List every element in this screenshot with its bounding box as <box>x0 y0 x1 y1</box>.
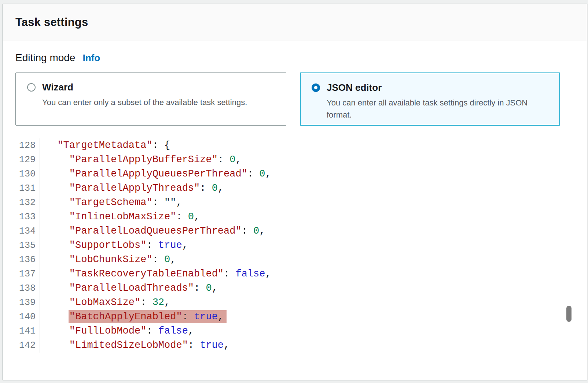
code-line[interactable]: "ParallelLoadThreads": 0, <box>45 281 587 295</box>
json-editor-radio-selected-icon[interactable] <box>312 83 320 92</box>
line-number: 142 <box>3 338 36 353</box>
line-number: 128 <box>3 138 36 153</box>
json-editor-option-card[interactable]: JSON editor You can enter all available … <box>300 72 560 126</box>
code-line[interactable]: "TargetSchema": "", <box>45 196 587 210</box>
line-number: 133 <box>3 210 36 224</box>
info-link[interactable]: Info <box>82 52 100 64</box>
line-number-gutter: 1281291301311321331341351361371381391401… <box>3 138 40 353</box>
line-number: 129 <box>3 153 36 167</box>
wizard-option-head: Wizard <box>27 82 277 93</box>
json-editor-option-head: JSON editor <box>312 82 551 93</box>
wizard-option-card[interactable]: Wizard You can enter only a subset of th… <box>15 72 286 126</box>
line-number: 140 <box>3 310 36 324</box>
panel-title: Task settings <box>15 16 572 29</box>
line-number: 141 <box>3 324 36 338</box>
panel-content: Editing mode Info Wizard You can enter o… <box>3 41 587 126</box>
code-line[interactable]: "InlineLobMaxSize": 0, <box>45 210 587 224</box>
code-line[interactable]: "ParallelApplyQueuesPerThread": 0, <box>45 167 587 181</box>
panel-header: Task settings <box>3 4 587 41</box>
code-line[interactable]: "LimitedSizeLobMode": true, <box>45 338 587 353</box>
line-number: 135 <box>3 238 36 253</box>
code-line[interactable]: "ParallelLoadQueuesPerThread": 0, <box>45 224 587 238</box>
code-line[interactable]: "SupportLobs": true, <box>45 238 587 253</box>
line-number: 136 <box>3 253 36 267</box>
code-line[interactable]: "TaskRecoveryTableEnabled": false, <box>45 267 587 281</box>
wizard-radio-unselected-icon[interactable] <box>27 83 36 92</box>
json-code-editor[interactable]: 1281291301311321331341351361371381391401… <box>3 138 587 364</box>
line-number: 134 <box>3 224 36 238</box>
vertical-scrollbar-thumb[interactable] <box>566 306 572 322</box>
task-settings-panel: Task settings Editing mode Info Wizard Y… <box>3 4 587 380</box>
code-line[interactable]: "LobMaxSize": 32, <box>45 295 587 310</box>
line-number: 130 <box>3 167 36 181</box>
wizard-option-description: You can enter only a subset of the avail… <box>42 96 277 108</box>
code-line[interactable]: "FullLobMode": false, <box>45 324 587 338</box>
editing-mode-label: Editing mode <box>15 52 75 64</box>
json-editor-option-label: JSON editor <box>327 82 382 93</box>
line-number: 138 <box>3 281 36 295</box>
editing-mode-options: Wizard You can enter only a subset of th… <box>15 72 572 126</box>
wizard-option-label: Wizard <box>42 82 73 93</box>
code-line[interactable]: "LobChunkSize": 0, <box>45 253 587 267</box>
line-number: 132 <box>3 196 36 210</box>
editing-mode-row: Editing mode Info <box>15 52 572 64</box>
line-number: 137 <box>3 267 36 281</box>
json-editor-option-description: You can enter all available task setting… <box>327 97 551 121</box>
code-line[interactable]: "TargetMetadata": { <box>45 138 587 153</box>
code-line[interactable]: "ParallelApplyThreads": 0, <box>45 181 587 196</box>
line-number: 139 <box>3 295 36 310</box>
code-lines[interactable]: "TargetMetadata": {"ParallelApplyBufferS… <box>40 138 587 353</box>
code-line[interactable]: "ParallelApplyBufferSize": 0, <box>45 153 587 167</box>
code-line[interactable]: "BatchApplyEnabled": true, <box>45 310 587 324</box>
line-number: 131 <box>3 181 36 196</box>
